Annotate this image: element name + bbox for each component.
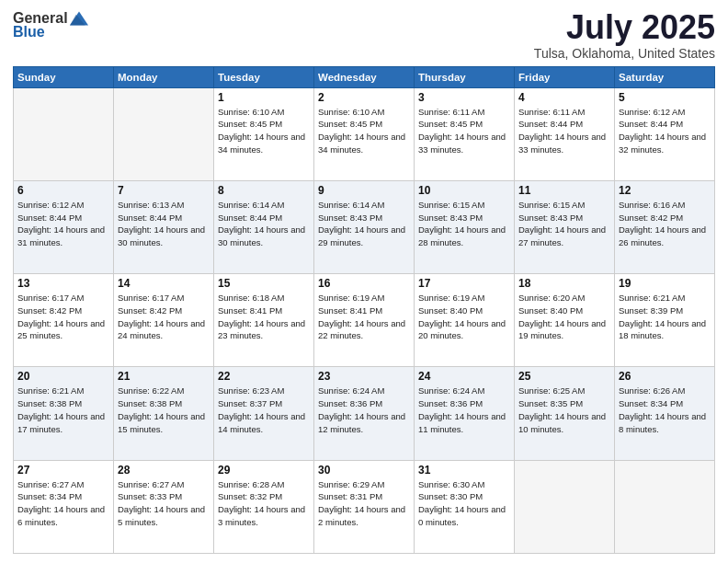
day-detail: Sunrise: 6:30 AMSunset: 8:30 PMDaylight:… (418, 478, 510, 529)
sunset-text: Sunset: 8:41 PM (218, 305, 282, 316)
sunset-text: Sunset: 8:44 PM (17, 213, 82, 223)
location-title: Tulsa, Oklahoma, United States (534, 46, 715, 61)
day-number: 27 (17, 464, 109, 477)
daylight-text: Daylight: 14 hours and 2 minutes. (318, 504, 405, 527)
calendar-cell: 27Sunrise: 6:27 AMSunset: 8:34 PMDayligh… (14, 460, 114, 553)
daylight-text: Daylight: 14 hours and 0 minutes. (418, 504, 506, 527)
sunrise-text: Sunrise: 6:11 AM (418, 107, 484, 117)
day-number: 4 (518, 91, 610, 104)
day-detail: Sunrise: 6:21 AMSunset: 8:39 PMDaylight:… (619, 292, 711, 342)
daylight-text: Daylight: 14 hours and 27 minutes. (518, 224, 606, 247)
header-saturday: Saturday (615, 66, 715, 87)
sunrise-text: Sunrise: 6:21 AM (619, 293, 685, 303)
day-number: 13 (17, 277, 109, 290)
daylight-text: Daylight: 14 hours and 14 minutes. (218, 411, 305, 434)
day-detail: Sunrise: 6:19 AMSunset: 8:40 PMDaylight:… (418, 292, 510, 342)
sunset-text: Sunset: 8:36 PM (418, 398, 483, 408)
calendar-cell (515, 460, 615, 553)
calendar-cell (114, 87, 214, 180)
daylight-text: Daylight: 14 hours and 22 minutes. (318, 318, 405, 341)
header: General Blue July 2025 Tulsa, Oklahoma, … (13, 9, 715, 61)
sunset-text: Sunset: 8:45 PM (218, 119, 282, 129)
daylight-text: Daylight: 14 hours and 17 minutes. (17, 411, 105, 434)
day-number: 6 (17, 184, 109, 197)
sunset-text: Sunset: 8:44 PM (518, 119, 583, 129)
sunset-text: Sunset: 8:35 PM (518, 398, 583, 408)
sunrise-text: Sunrise: 6:12 AM (619, 107, 685, 117)
calendar-week-row: 20Sunrise: 6:21 AMSunset: 8:38 PMDayligh… (14, 367, 715, 460)
sunset-text: Sunset: 8:30 PM (418, 491, 483, 501)
sunrise-text: Sunrise: 6:24 AM (318, 385, 384, 396)
calendar-cell: 1Sunrise: 6:10 AMSunset: 8:45 PMDaylight… (214, 87, 314, 180)
day-detail: Sunrise: 6:12 AMSunset: 8:44 PMDaylight:… (17, 199, 109, 249)
day-number: 18 (518, 277, 610, 290)
day-number: 9 (318, 184, 410, 197)
sunrise-text: Sunrise: 6:12 AM (17, 200, 84, 210)
calendar-cell: 21Sunrise: 6:22 AMSunset: 8:38 PMDayligh… (114, 367, 214, 460)
daylight-text: Daylight: 14 hours and 32 minutes. (619, 132, 706, 155)
day-detail: Sunrise: 6:22 AMSunset: 8:38 PMDaylight:… (118, 385, 210, 435)
day-number: 2 (318, 91, 410, 104)
day-number: 11 (518, 184, 610, 197)
sunset-text: Sunset: 8:42 PM (619, 213, 683, 223)
sunrise-text: Sunrise: 6:29 AM (318, 479, 384, 489)
calendar-cell: 30Sunrise: 6:29 AMSunset: 8:31 PMDayligh… (314, 460, 415, 553)
sunset-text: Sunset: 8:40 PM (518, 305, 583, 316)
daylight-text: Daylight: 14 hours and 19 minutes. (518, 318, 606, 341)
day-number: 10 (418, 184, 510, 197)
day-number: 8 (218, 184, 310, 197)
calendar-cell: 15Sunrise: 6:18 AMSunset: 8:41 PMDayligh… (214, 274, 314, 367)
daylight-text: Daylight: 14 hours and 23 minutes. (218, 318, 305, 341)
sunrise-text: Sunrise: 6:13 AM (118, 200, 184, 210)
daylight-text: Daylight: 14 hours and 11 minutes. (418, 411, 506, 434)
day-number: 30 (318, 464, 410, 477)
calendar-cell: 6Sunrise: 6:12 AMSunset: 8:44 PMDaylight… (14, 180, 114, 273)
sunrise-text: Sunrise: 6:25 AM (518, 385, 585, 396)
sunset-text: Sunset: 8:34 PM (619, 398, 683, 408)
day-number: 15 (218, 277, 310, 290)
calendar-cell: 2Sunrise: 6:10 AMSunset: 8:45 PMDaylight… (314, 87, 415, 180)
sunrise-text: Sunrise: 6:15 AM (518, 200, 585, 210)
daylight-text: Daylight: 14 hours and 24 minutes. (118, 318, 205, 341)
calendar-cell: 25Sunrise: 6:25 AMSunset: 8:35 PMDayligh… (515, 367, 615, 460)
day-number: 24 (418, 370, 510, 383)
sunset-text: Sunset: 8:44 PM (118, 213, 182, 223)
sunrise-text: Sunrise: 6:27 AM (118, 479, 184, 489)
calendar-cell: 14Sunrise: 6:17 AMSunset: 8:42 PMDayligh… (114, 274, 214, 367)
logo-icon (70, 9, 88, 28)
day-number: 21 (118, 370, 210, 383)
sunrise-text: Sunrise: 6:15 AM (418, 200, 484, 210)
page: General Blue July 2025 Tulsa, Oklahoma, … (0, 0, 728, 563)
calendar-cell: 7Sunrise: 6:13 AMSunset: 8:44 PMDaylight… (114, 180, 214, 273)
daylight-text: Daylight: 14 hours and 33 minutes. (418, 132, 506, 155)
sunrise-text: Sunrise: 6:28 AM (218, 479, 284, 489)
calendar-cell: 4Sunrise: 6:11 AMSunset: 8:44 PMDaylight… (515, 87, 615, 180)
day-detail: Sunrise: 6:11 AMSunset: 8:44 PMDaylight:… (518, 106, 610, 156)
calendar-week-row: 13Sunrise: 6:17 AMSunset: 8:42 PMDayligh… (14, 274, 715, 367)
sunset-text: Sunset: 8:43 PM (518, 213, 583, 223)
sunrise-text: Sunrise: 6:19 AM (418, 293, 484, 303)
calendar-cell: 17Sunrise: 6:19 AMSunset: 8:40 PMDayligh… (415, 274, 515, 367)
day-number: 12 (619, 184, 711, 197)
day-detail: Sunrise: 6:14 AMSunset: 8:44 PMDaylight:… (218, 199, 310, 249)
sunset-text: Sunset: 8:39 PM (619, 305, 683, 316)
daylight-text: Daylight: 14 hours and 26 minutes. (619, 224, 706, 247)
sunrise-text: Sunrise: 6:27 AM (17, 479, 84, 489)
daylight-text: Daylight: 14 hours and 33 minutes. (518, 132, 606, 155)
day-number: 22 (218, 370, 310, 383)
day-detail: Sunrise: 6:21 AMSunset: 8:38 PMDaylight:… (17, 385, 109, 435)
sunset-text: Sunset: 8:31 PM (318, 491, 382, 501)
day-detail: Sunrise: 6:15 AMSunset: 8:43 PMDaylight:… (418, 199, 510, 249)
daylight-text: Daylight: 14 hours and 15 minutes. (118, 411, 205, 434)
daylight-text: Daylight: 14 hours and 31 minutes. (17, 224, 105, 247)
day-number: 3 (418, 91, 510, 104)
sunset-text: Sunset: 8:41 PM (318, 305, 382, 316)
sunset-text: Sunset: 8:33 PM (118, 491, 182, 501)
calendar-cell: 24Sunrise: 6:24 AMSunset: 8:36 PMDayligh… (415, 367, 515, 460)
day-detail: Sunrise: 6:17 AMSunset: 8:42 PMDaylight:… (118, 292, 210, 342)
calendar-cell: 10Sunrise: 6:15 AMSunset: 8:43 PMDayligh… (415, 180, 515, 273)
month-title: July 2025 (534, 9, 715, 46)
sunrise-text: Sunrise: 6:24 AM (418, 385, 484, 396)
day-number: 31 (418, 464, 510, 477)
daylight-text: Daylight: 14 hours and 20 minutes. (418, 318, 506, 341)
